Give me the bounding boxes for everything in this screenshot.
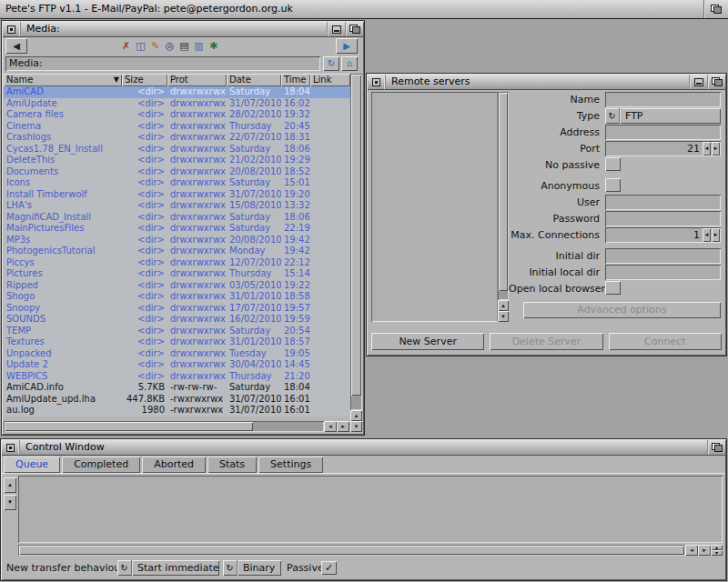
queue-move-down-button[interactable]: ▾: [4, 495, 16, 510]
file-row[interactable]: au.log1980-rwxrwxrwx31/07/201016:01: [4, 405, 350, 416]
close-gadget[interactable]: [368, 75, 386, 89]
volumes-button[interactable]: ⌂: [341, 56, 358, 71]
file-row[interactable]: MainPicturesFiles<dir>drwxrwxrwxSaturday…: [4, 223, 350, 235]
column-header-name[interactable]: Name▼: [4, 74, 122, 86]
remote-titlebar[interactable]: Remote servers: [368, 75, 725, 90]
connect-button[interactable]: Connect: [609, 333, 722, 350]
file-row[interactable]: Icons<dir>drwxrwxrwxSaturday15:01: [4, 177, 350, 189]
depth-gadget[interactable]: [707, 75, 725, 89]
no-passive-checkbox[interactable]: [605, 157, 621, 171]
file-row[interactable]: Camera files<dir>drwxrwxrwx28/02/201019:…: [4, 109, 350, 121]
scroll-right-button[interactable]: ▸: [337, 421, 349, 432]
file-row[interactable]: Textures<dir>drwxrwxrwx31/01/201018:57: [4, 336, 350, 348]
rename-button[interactable]: ✎: [148, 38, 162, 54]
horizontal-scrollbar[interactable]: ◂ ▸: [4, 421, 349, 432]
file-row[interactable]: SOUNDS<dir>drwxrwxrwx16/02/201019:59: [4, 314, 350, 326]
file-row[interactable]: MP3s<dir>drwxrwxrwx20/08/201019:42: [4, 235, 350, 246]
depth-gadget[interactable]: [707, 440, 725, 455]
column-header-size[interactable]: Size: [122, 74, 167, 86]
queue-list[interactable]: [18, 476, 723, 543]
close-gadget[interactable]: [2, 440, 20, 455]
scroll-down-button[interactable]: ▾: [711, 550, 723, 556]
find-button[interactable]: ◎: [163, 38, 177, 54]
file-row[interactable]: Crashlogs<dir>drwxrwxrwx22/07/201018:31: [4, 132, 350, 144]
scroll-up-button[interactable]: ▴: [498, 300, 509, 311]
initial-local-dir-input[interactable]: [605, 265, 721, 280]
port-input[interactable]: 21 ◂ ▸: [605, 141, 721, 156]
back-button[interactable]: ◀: [5, 38, 27, 54]
v-scroll-thumb[interactable]: [499, 93, 508, 291]
control-titlebar[interactable]: Control Window: [2, 440, 725, 456]
media-titlebar[interactable]: Media:: [3, 22, 363, 37]
new-server-button[interactable]: New Server: [371, 333, 484, 350]
iconify-gadget[interactable]: [327, 22, 345, 36]
initial-dir-input[interactable]: [605, 248, 721, 264]
h-scroll-track[interactable]: [18, 545, 685, 556]
start-behaviour-cycle[interactable]: ↻ Start immediately: [117, 560, 219, 576]
delete-server-button[interactable]: Delete Server: [490, 333, 602, 350]
tab-settings[interactable]: Settings: [258, 457, 323, 473]
server-list-empty[interactable]: [371, 92, 497, 322]
file-row[interactable]: Shogo<dir>drwxrwxrwx31/01/201018:58: [4, 291, 350, 303]
list-view-button[interactable]: ▤: [177, 38, 191, 54]
file-row[interactable]: PhotogenicsTutorial<dir>drwxrwxrwxMonday…: [4, 246, 350, 257]
tab-aborted[interactable]: Aborted: [142, 457, 206, 473]
v-scroll-thumb[interactable]: [351, 75, 361, 396]
file-row[interactable]: Ripped<dir>drwxrwxrwx03/05/201019:22: [4, 280, 350, 292]
server-list-scrollbar[interactable]: ▴ ▾: [497, 92, 509, 322]
file-row[interactable]: AmiUpdate<dir>drwxrwxrwx31/07/201016:02: [4, 98, 350, 110]
file-row[interactable]: Unpacked<dir>drwxrwxrwxTuesday19:05: [4, 348, 350, 360]
iconify-gadget[interactable]: [689, 75, 707, 89]
queue-move-up-button[interactable]: ▴: [4, 477, 16, 493]
transfer-mode-cycle[interactable]: ↻ Binary: [223, 560, 281, 576]
type-cycle[interactable]: ↻FTP: [605, 108, 721, 124]
queue-horizontal-scrollbar[interactable]: ◂ ▸ ▴ ▾: [18, 545, 723, 556]
column-header-prot[interactable]: Prot: [167, 74, 227, 86]
file-row[interactable]: Cinema<dir>drwxrwxrwxThursday20:45: [4, 121, 350, 133]
step-down-icon[interactable]: ◂: [703, 228, 711, 242]
close-gadget[interactable]: [3, 22, 21, 36]
passive-checkbox[interactable]: ✓: [321, 561, 337, 575]
column-header-date[interactable]: Date: [227, 74, 281, 86]
h-scroll-track[interactable]: [4, 421, 324, 432]
max-connections-input[interactable]: 1 ◂ ▸: [605, 227, 721, 243]
file-row[interactable]: Install Timberwolf<dir>drwxrwxrwx31/07/2…: [4, 189, 350, 201]
forward-button[interactable]: ▶: [336, 38, 358, 54]
depth-gadget[interactable]: [345, 22, 363, 36]
scroll-corner[interactable]: ▴ ▾: [711, 545, 723, 556]
h-scroll-thumb[interactable]: [5, 422, 253, 431]
advanced-options-button[interactable]: Advanced options: [523, 302, 721, 318]
step-down-icon[interactable]: ◂: [703, 142, 711, 156]
v-scroll-track[interactable]: [498, 92, 509, 300]
tab-queue[interactable]: Queue: [4, 457, 60, 473]
file-row[interactable]: Update 2<dir>drwxrwxrwx30/04/201014:45: [4, 359, 350, 371]
file-row[interactable]: Documents<dir>drwxrwxrwx20/08/201018:52: [4, 166, 350, 178]
v-scroll-track[interactable]: [350, 74, 362, 410]
scroll-down-button[interactable]: ▾: [498, 311, 509, 322]
scroll-up-button[interactable]: ▴: [350, 410, 362, 421]
column-header-link[interactable]: Link: [310, 74, 350, 86]
column-header-time[interactable]: Time: [281, 74, 310, 86]
step-up-icon[interactable]: ▸: [712, 142, 720, 156]
scroll-left-button[interactable]: ◂: [324, 421, 337, 432]
server-listbox[interactable]: ▴ ▾: [371, 92, 509, 322]
snapshot-button[interactable]: ◫: [134, 38, 147, 54]
h-scroll-thumb[interactable]: [19, 546, 684, 555]
path-input[interactable]: Media:: [5, 56, 320, 71]
delete-button[interactable]: ✗: [119, 38, 133, 54]
address-input[interactable]: [605, 125, 721, 140]
name-input[interactable]: [605, 92, 721, 107]
file-row[interactable]: Cycas1.78_EN_Install<dir>drwxrwxrwxSatur…: [4, 144, 350, 156]
scroll-left-button[interactable]: ◂: [685, 545, 698, 556]
refresh-button[interactable]: ↻: [323, 56, 339, 71]
file-row[interactable]: WEBPICS<dir>drwxrwxrwxThursday21:20: [4, 371, 350, 383]
step-up-icon[interactable]: ▸: [712, 228, 720, 242]
scroll-down-button[interactable]: ▾: [350, 421, 362, 432]
file-row[interactable]: Piccys<dir>drwxrwxrwx12/07/201022:12: [4, 257, 350, 269]
open-local-browser-checkbox[interactable]: [605, 281, 621, 295]
tab-completed[interactable]: Completed: [62, 457, 140, 473]
scroll-right-button[interactable]: ▸: [698, 545, 711, 556]
file-row[interactable]: AmiCAD<dir>drwxrwxrwxSaturday18:04: [4, 86, 350, 98]
user-input[interactable]: [605, 195, 721, 210]
vertical-scrollbar[interactable]: ▴ ▾: [350, 74, 362, 432]
